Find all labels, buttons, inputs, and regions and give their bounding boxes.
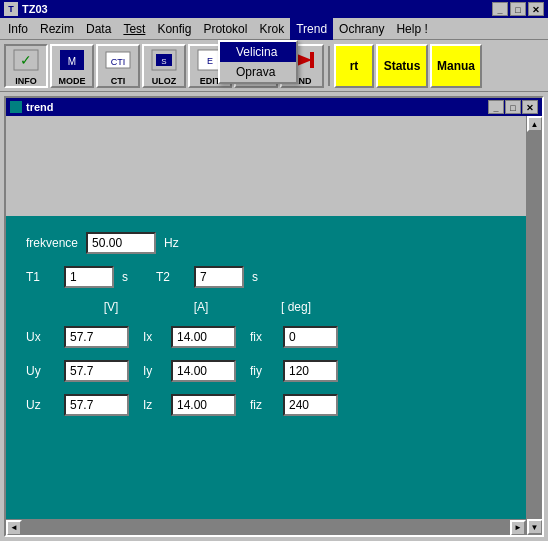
uy-row: Uy Iy fiy: [26, 360, 506, 382]
uloz-label: ULOZ: [152, 76, 177, 86]
col-a-header: [A]: [166, 300, 236, 314]
inner-close-btn[interactable]: ✕: [522, 100, 538, 114]
iy-label: Iy: [143, 364, 163, 378]
inner-minimize-btn[interactable]: _: [488, 100, 504, 114]
menu-protokol[interactable]: Protokol: [197, 18, 253, 40]
info-button[interactable]: ✓ INFO: [4, 44, 48, 88]
menu-bar: Info Rezim Data Test Konfig Protokol Kro…: [0, 18, 548, 40]
mode-icon: M: [58, 46, 86, 74]
uz-input[interactable]: [64, 394, 129, 416]
iz-input[interactable]: [171, 394, 236, 416]
empty-chart-area: [6, 116, 526, 216]
scroll-left-btn[interactable]: ◄: [6, 520, 22, 536]
uz-label: Uz: [26, 398, 56, 412]
vertical-scrollbar: ▲ ▼: [526, 116, 542, 535]
iz-label: Iz: [143, 398, 163, 412]
uloz-button[interactable]: S ULOZ: [142, 44, 186, 88]
fiz-input[interactable]: [283, 394, 338, 416]
info-label: INFO: [15, 76, 37, 86]
inner-content: frekvence Hz T1 s T2 s: [6, 116, 542, 535]
frekvence-unit: Hz: [164, 236, 179, 250]
title-bar-controls: _ □ ✕: [492, 2, 544, 16]
rt-button[interactable]: rt: [334, 44, 374, 88]
inner-window-icon: [10, 101, 22, 113]
app-title: TZ03: [22, 3, 48, 15]
scroll-h-track[interactable]: [22, 520, 510, 536]
t1-t2-row: T1 s T2 s: [26, 266, 506, 288]
frekvence-row: frekvence Hz: [26, 232, 506, 254]
uloz-icon: S: [150, 46, 178, 74]
t1-unit: s: [122, 270, 128, 284]
ix-label: Ix: [143, 330, 163, 344]
inner-title-controls: _ □ ✕: [488, 100, 538, 114]
manual-button[interactable]: Manua: [430, 44, 482, 88]
t2-unit: s: [252, 270, 258, 284]
ux-input[interactable]: [64, 326, 129, 348]
iy-input[interactable]: [171, 360, 236, 382]
fix-input[interactable]: [283, 326, 338, 348]
svg-rect-15: [310, 52, 314, 68]
trend-dropdown: Velicina Oprava: [218, 40, 298, 84]
frekvence-label: frekvence: [26, 236, 78, 250]
uy-input[interactable]: [64, 360, 129, 382]
menu-info[interactable]: Info: [2, 18, 34, 40]
scroll-down-btn[interactable]: ▼: [527, 519, 543, 535]
cti-label: CTI: [111, 76, 126, 86]
scroll-right-btn[interactable]: ►: [510, 520, 526, 536]
ix-input[interactable]: [171, 326, 236, 348]
inner-maximize-btn[interactable]: □: [505, 100, 521, 114]
title-bar: T TZ03 _ □ ✕: [0, 0, 548, 18]
cti-icon: CTI: [104, 46, 132, 74]
ux-label: Ux: [26, 330, 56, 344]
inner-title-bar: trend _ □ ✕: [6, 98, 542, 116]
menu-trend[interactable]: Trend: [290, 18, 333, 40]
svg-text:CTI: CTI: [111, 57, 126, 67]
mode-label: MODE: [59, 76, 86, 86]
minimize-btn[interactable]: _: [492, 2, 508, 16]
frekvence-input[interactable]: [86, 232, 156, 254]
svg-text:M: M: [68, 56, 76, 67]
dropdown-oprava[interactable]: Oprava: [220, 62, 296, 82]
menu-data[interactable]: Data: [80, 18, 117, 40]
mode-button[interactable]: M MODE: [50, 44, 94, 88]
status-label: Status: [384, 59, 421, 73]
dropdown-velicina[interactable]: Velicina: [220, 42, 296, 62]
inner-window: trend _ □ ✕ frekvence Hz: [4, 96, 544, 537]
fiy-input[interactable]: [283, 360, 338, 382]
fiz-label: fiz: [250, 398, 275, 412]
maximize-btn[interactable]: □: [510, 2, 526, 16]
svg-text:S: S: [161, 57, 166, 66]
menu-help[interactable]: Help !: [390, 18, 433, 40]
toolbar-separator: [328, 46, 330, 86]
menu-krok[interactable]: Krok: [253, 18, 290, 40]
uz-row: Uz Iz fiz: [26, 394, 506, 416]
col-headers-row: [V] [A] [ deg]: [26, 300, 506, 314]
uy-label: Uy: [26, 364, 56, 378]
menu-konfig[interactable]: Konfig: [151, 18, 197, 40]
horizontal-scrollbar: ◄ ►: [6, 519, 526, 535]
svg-text:E: E: [207, 56, 213, 66]
status-button[interactable]: Status: [376, 44, 428, 88]
col-deg-header: [ deg]: [256, 300, 336, 314]
menu-rezim[interactable]: Rezim: [34, 18, 80, 40]
inner-window-title: trend: [26, 101, 54, 113]
scroll-v-track[interactable]: [527, 132, 543, 519]
t2-input[interactable]: [194, 266, 244, 288]
main-area: trend _ □ ✕ frekvence Hz: [0, 92, 548, 541]
fiy-label: fiy: [250, 364, 275, 378]
close-btn[interactable]: ✕: [528, 2, 544, 16]
info-icon: ✓: [12, 46, 40, 74]
rt-label: rt: [350, 59, 359, 73]
cti-button[interactable]: CTI CTI: [96, 44, 140, 88]
scroll-up-btn[interactable]: ▲: [527, 116, 543, 132]
menu-test[interactable]: Test: [117, 18, 151, 40]
form-area: frekvence Hz T1 s T2 s: [6, 216, 526, 519]
fix-label: fix: [250, 330, 275, 344]
app-icon: T: [4, 2, 18, 16]
col-v-header: [V]: [76, 300, 146, 314]
menu-ochrany[interactable]: Ochrany: [333, 18, 390, 40]
svg-text:✓: ✓: [20, 52, 32, 68]
t2-label: T2: [156, 270, 186, 284]
t1-input[interactable]: [64, 266, 114, 288]
ux-row: Ux Ix fix: [26, 326, 506, 348]
